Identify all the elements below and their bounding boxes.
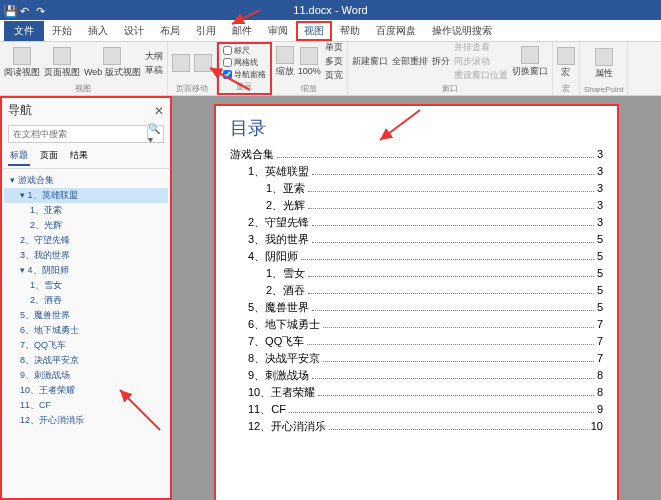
tab-2[interactable]: 设计 [116,21,152,41]
tab-6[interactable]: 审阅 [260,21,296,41]
outline-view[interactable]: 大纲 [145,50,163,63]
group-zoom: 缩放 100% 单页 多页 页宽 缩放 [272,42,348,95]
tab-0[interactable]: 开始 [44,21,80,41]
toc-row[interactable]: 游戏合集3 [230,146,603,163]
toc-text: 10、王者荣耀 [230,385,315,400]
properties-button[interactable]: 属性 [595,48,613,80]
toc-row[interactable]: 1、雪女5 [230,265,603,282]
tab-7[interactable]: 视图 [296,21,332,41]
toc-page: 5 [597,284,603,296]
toc-row[interactable]: 4、阴阳师5 [230,248,603,265]
toc-text: 9、刺激战场 [230,368,309,383]
tab-5[interactable]: 邮件 [224,21,260,41]
tab-9[interactable]: 百度网盘 [368,21,424,41]
toc-row[interactable]: 7、QQ飞车7 [230,333,603,350]
nav-tab-results[interactable]: 结果 [68,147,90,166]
undo-icon[interactable]: ↶ [20,5,30,15]
page-view[interactable]: 页面视图 [44,47,80,79]
toc-leader [308,208,594,209]
toc-title: 目录 [230,116,603,140]
pagemove-1[interactable] [172,54,190,72]
toc-page: 5 [597,301,603,313]
zoom-one[interactable]: 单页 [325,41,343,54]
nav-tab-headings[interactable]: 标题 [8,147,30,166]
toc-leader [312,225,594,226]
toc-row[interactable]: 10、王者荣耀8 [230,384,603,401]
draft-view[interactable]: 草稿 [145,64,163,77]
navpane-checkbox[interactable]: 导航窗格 [223,69,266,80]
toc-leader [308,276,594,277]
tree-item[interactable]: 12、开心消消乐 [4,413,168,428]
tree-item[interactable]: 7、QQ飞车 [4,338,168,353]
tree-item[interactable]: 8、决战平安京 [4,353,168,368]
toc-row[interactable]: 12、开心消消乐10 [230,418,603,435]
macro-button[interactable]: 宏 [557,47,575,79]
zoom-multi[interactable]: 多页 [325,55,343,68]
nav-tabs: 标题 页面 结果 [2,145,170,169]
tab-4[interactable]: 引用 [188,21,224,41]
tree-item[interactable]: 2、守望先锋 [4,233,168,248]
search-icon[interactable]: 🔍▾ [147,127,163,141]
split-window[interactable]: 拆分 [432,55,450,68]
tab-3[interactable]: 布局 [152,21,188,41]
new-window[interactable]: 新建窗口 [352,55,388,68]
group-macro: 宏 宏 [553,42,580,95]
toc-text: 1、英雄联盟 [230,164,309,179]
toc-row[interactable]: 2、守望先锋3 [230,214,603,231]
nav-tab-pages[interactable]: 页面 [38,147,60,166]
tree-item[interactable]: 11、CF [4,398,168,413]
zoom-button[interactable]: 缩放 [276,46,294,78]
close-icon[interactable]: ✕ [154,104,164,118]
tree-item[interactable]: ▾ 4、阴阳师 [4,263,168,278]
tree-item[interactable]: 2、酒吞 [4,293,168,308]
toc-row[interactable]: 3、我的世界5 [230,231,603,248]
document-area[interactable]: 目录 游戏合集31、英雄联盟31、亚索32、光辉32、守望先锋33、我的世界54… [172,96,661,500]
arrange-all[interactable]: 全部重排 [392,55,428,68]
toc-text: 12、开心消消乐 [230,419,326,434]
toc-row[interactable]: 9、刺激战场8 [230,367,603,384]
toc-leader [307,344,594,345]
tab-10[interactable]: 操作说明搜索 [424,21,500,41]
tree-item[interactable]: 5、魔兽世界 [4,308,168,323]
toc-row[interactable]: 8、决战平安京7 [230,350,603,367]
toc-leader [289,412,594,413]
toc-page: 7 [597,352,603,364]
toc-leader [323,361,594,362]
toc-row[interactable]: 6、地下城勇士7 [230,316,603,333]
toc-text: 2、守望先锋 [230,215,309,230]
zoom-width[interactable]: 页宽 [325,69,343,82]
group-sharepoint: 属性 SharePoint [580,42,629,95]
zoom-100[interactable]: 100% [298,47,321,76]
toc-row[interactable]: 2、酒吞5 [230,282,603,299]
gridlines-checkbox[interactable]: 网格线 [223,57,266,68]
save-icon[interactable]: 💾 [4,5,14,15]
switch-window[interactable]: 切换窗口 [512,46,548,78]
tree-item[interactable]: ▾ 1、英雄联盟 [4,188,168,203]
toc-row[interactable]: 5、魔兽世界5 [230,299,603,316]
tree-item[interactable]: 10、王者荣耀 [4,383,168,398]
ruler-checkbox[interactable]: 标尺 [223,45,266,56]
tree-item[interactable]: 1、亚索 [4,203,168,218]
tree-item[interactable]: 2、光辉 [4,218,168,233]
read-view[interactable]: 阅读视图 [4,47,40,79]
toc-page: 3 [597,199,603,211]
tab-file[interactable]: 文件 [4,21,44,41]
toc-leader [277,157,594,158]
tab-8[interactable]: 帮助 [332,21,368,41]
nav-search[interactable]: 🔍▾ [8,125,164,143]
tree-item[interactable]: ▾ 游戏合集 [4,173,168,188]
group-views: 阅读视图 页面视图 Web 版式视图 大纲 草稿 视图 [0,42,168,95]
toc-row[interactable]: 1、英雄联盟3 [230,163,603,180]
tree-item[interactable]: 3、我的世界 [4,248,168,263]
tab-1[interactable]: 插入 [80,21,116,41]
tree-item[interactable]: 9、刺激战场 [4,368,168,383]
redo-icon[interactable]: ↷ [36,5,46,15]
toc-row[interactable]: 11、CF9 [230,401,603,418]
tree-item[interactable]: 1、雪女 [4,278,168,293]
pagemove-2[interactable] [194,54,212,72]
search-input[interactable] [9,129,147,139]
toc-row[interactable]: 1、亚索3 [230,180,603,197]
web-view[interactable]: Web 版式视图 [84,47,141,79]
toc-row[interactable]: 2、光辉3 [230,197,603,214]
tree-item[interactable]: 6、地下城勇士 [4,323,168,338]
